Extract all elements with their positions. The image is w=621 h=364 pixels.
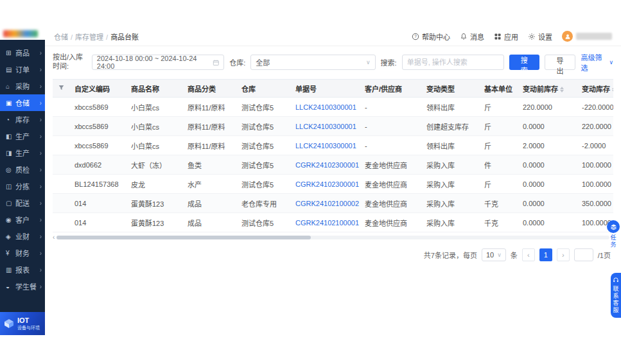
column-settings-button[interactable] (53, 80, 69, 98)
table-cell: 采购入库 (421, 175, 479, 194)
column-header: 基本单位 (479, 80, 518, 98)
messages-button[interactable]: 消息 (460, 31, 484, 42)
document-number-link[interactable]: CGRK24102300001 (290, 155, 360, 175)
table-cell: 0.0000 (518, 155, 577, 175)
search-input[interactable] (402, 55, 504, 70)
column-header[interactable]: 变动前库存 (518, 80, 577, 98)
document-number-link[interactable]: LLCK24100300001 (290, 117, 360, 136)
search-button[interactable]: 搜索 (509, 55, 539, 70)
sidebar-item-库存[interactable]: ◔库存› (0, 111, 45, 128)
inventory-icon: ◔ (6, 116, 15, 123)
customers-icon: ◉ (6, 216, 15, 223)
page-jump-input[interactable] (574, 248, 593, 261)
topbar-actions: ? 帮助中心 消息 (412, 31, 612, 42)
document-number-link[interactable]: CGRK24102100002 (290, 194, 360, 213)
export-button[interactable]: 导出 (545, 55, 576, 70)
scrollbar-track[interactable] (57, 236, 609, 239)
sidebar-item-配送[interactable]: ▢配送› (0, 195, 45, 211)
table-cell: 采购入库 (421, 194, 479, 213)
calendar-icon (213, 59, 220, 66)
table-cell: -2.0000 (577, 136, 613, 155)
ledger-table: 自定义编码商品名称商品分类仓库单据号客户/供应商变动类型基本单位变动前库存变动库… (53, 79, 613, 232)
sidebar-item-分拣[interactable]: ◫分拣› (0, 178, 45, 195)
document-number-link[interactable]: CGRK24102100001 (290, 213, 360, 232)
time-filter-label: 按出/入库时间: (53, 53, 87, 71)
apps-grid-icon (494, 33, 502, 40)
table-cell: 麦金地供应商 (360, 194, 421, 213)
sidebar-item-仓储[interactable]: ▣仓储› (0, 94, 45, 111)
breadcrumb-item-inventory[interactable]: 库存管理 (75, 31, 108, 42)
document-number-link[interactable]: LLCK24100300001 (290, 98, 360, 117)
chevron-right-icon: › (40, 116, 42, 123)
main-content: 仓储 库存管理 商品台账 ? 帮助中心 消息 (45, 27, 621, 335)
app-window: ⊞商品›▤订单›⌂采购›▣仓储›◔库存›◧生产›◨生产›◎质检›◫分拣›▢配送›… (0, 27, 621, 335)
sidebar-item-label: 客户 (15, 214, 40, 225)
chevron-right-icon: › (40, 216, 42, 223)
advanced-filter-toggle[interactable]: 高级筛选 ∨ (581, 52, 613, 73)
settings-label: 设置 (538, 31, 552, 42)
breadcrumb-item-warehouse[interactable]: 仓储 (54, 31, 73, 42)
sidebar-item-商品[interactable]: ⊞商品› (0, 44, 45, 61)
table-cell: 斤 (479, 98, 518, 117)
prev-page-button[interactable]: ‹ (522, 248, 535, 261)
contact-support-button[interactable]: 联系客服 (611, 273, 621, 318)
table-cell: 原料11/原料 (182, 117, 236, 136)
help-center-button[interactable]: ? 帮助中心 (412, 31, 450, 42)
reports-icon: ▥ (6, 266, 15, 273)
sidebar-item-label: 质检 (15, 164, 40, 175)
sort-icon[interactable] (612, 87, 613, 92)
table-cell: -220.0000 (577, 98, 613, 117)
table-row: dxd0662大虾（冻）鱼类测试仓库5CGRK24102300001麦金地供应商… (53, 155, 613, 175)
sidebar-item-报表[interactable]: ▥报表› (0, 261, 45, 278)
date-range-value: 2024-10-18 00:00 ~ 2024-10-24 24:00 (97, 55, 213, 70)
table-cell: xbccs5869 (69, 136, 126, 155)
table-cell: 创建超支库存 (421, 117, 479, 136)
chevron-right-icon: › (40, 166, 42, 173)
user-menu[interactable] (562, 31, 612, 42)
qc-icon: ◎ (6, 166, 15, 173)
document-number-link[interactable]: CGRK24102300001 (290, 175, 360, 194)
sidebar-item-label: 库存 (15, 114, 40, 125)
table-body: xbccs5869小白菜cs原料11/原料测试仓库5LLCK2410030000… (53, 98, 613, 232)
table-cell: 千克 (479, 213, 518, 232)
table-cell: BL124157368 (69, 175, 126, 194)
sidebar-item-学生餐[interactable]: ◒学生餐› (0, 278, 45, 295)
column-header[interactable]: 变动库存 (577, 80, 613, 98)
sidebar-item-业财[interactable]: ◈业财› (0, 228, 45, 245)
iot-banner[interactable]: IOT 设备与环境 (0, 312, 45, 335)
table-cell: 成品 (182, 213, 236, 232)
table-cell: 领料出库 (421, 136, 479, 155)
scroll-left-icon[interactable]: ‹ (53, 234, 55, 241)
sidebar-item-订单[interactable]: ▤订单› (0, 61, 45, 78)
date-range-input[interactable]: 2024-10-18 00:00 ~ 2024-10-24 24:00 (92, 55, 224, 70)
current-page-button[interactable]: 1 (539, 248, 552, 261)
sidebar-item-客户[interactable]: ◉客户› (0, 211, 45, 228)
messages-label: 消息 (470, 31, 484, 42)
next-page-button[interactable]: › (557, 248, 570, 261)
table-cell: 小白菜cs (126, 117, 182, 136)
biz-finance-icon: ◈ (6, 233, 15, 240)
sidebar-item-财务[interactable]: ¥财务› (0, 245, 45, 261)
table-cell: 0.0000 (518, 213, 577, 232)
sidebar-item-生产[interactable]: ◧生产› (0, 128, 45, 144)
sidebar-item-生产[interactable]: ◨生产› (0, 144, 45, 161)
sort-icon[interactable] (560, 87, 564, 92)
sidebar-item-质检[interactable]: ◎质检› (0, 161, 45, 178)
sidebar-item-label: 仓储 (15, 98, 40, 108)
warehouse-filter-label: 仓库: (229, 57, 245, 67)
task-panel-button[interactable]: 任务 (607, 220, 620, 248)
table-cell: 领料出库 (421, 98, 479, 117)
horizontal-scrollbar[interactable]: ‹ › (53, 234, 613, 241)
table-cell: 蛋黄酥123 (126, 194, 182, 213)
chevron-right-icon: › (40, 150, 42, 157)
sidebar-item-采购[interactable]: ⌂采购› (0, 78, 45, 94)
support-label: 联系客服 (612, 286, 620, 314)
table-cell: 2.0000 (518, 136, 577, 155)
scrollbar-thumb[interactable] (57, 236, 311, 239)
table-cell: - (360, 117, 421, 136)
apps-button[interactable]: 应用 (494, 31, 518, 42)
warehouse-select[interactable]: 全部 ∨ (250, 55, 375, 70)
settings-button[interactable]: 设置 (528, 31, 552, 42)
page-size-select[interactable]: 10 ∨ (482, 248, 506, 261)
document-number-link[interactable]: LLCK24100300001 (290, 136, 360, 155)
